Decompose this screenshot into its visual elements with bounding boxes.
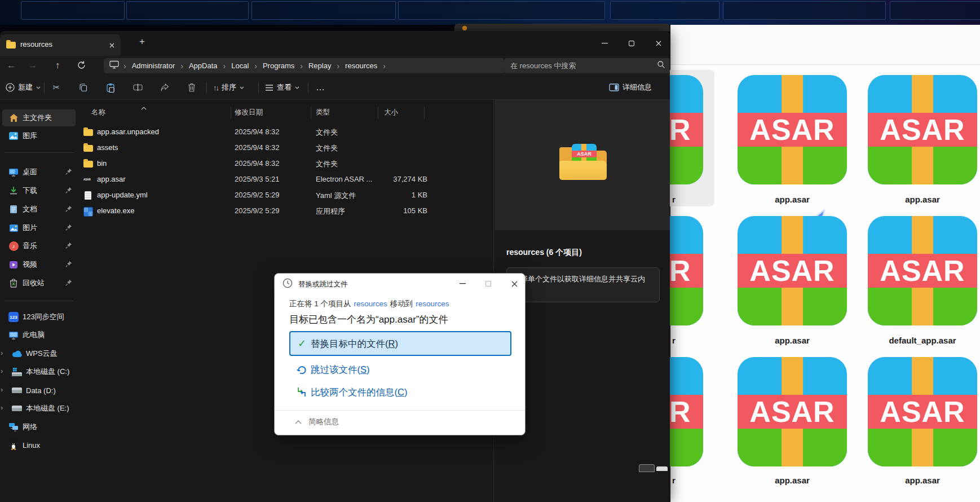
sidebar-item-videos[interactable]: 视频: [2, 256, 76, 273]
breadcrumb-item[interactable]: Administrator: [131, 61, 176, 70]
resources-folder-icon: ASAR: [559, 144, 607, 182]
asar-file-tile[interactable]: ASAR: [738, 357, 847, 466]
sidebar-item-local-disk-c[interactable]: › 本地磁盘 (C:): [2, 363, 76, 380]
tile-label: r: [672, 336, 687, 345]
minimize-button[interactable]: [596, 36, 613, 51]
desktop-icon: [8, 166, 19, 178]
breadcrumb-item[interactable]: AppData: [188, 61, 219, 70]
breadcrumb-item[interactable]: Local: [230, 61, 250, 70]
dialog-maximize-button: [480, 277, 497, 290]
more-options-icon[interactable]: …: [314, 81, 327, 94]
sidebar-item-desktop[interactable]: 桌面: [2, 164, 76, 180]
expand-chevron-icon[interactable]: ›: [1, 403, 3, 412]
sidebar-item-local-disk-e[interactable]: › 本地磁盘 (E:): [2, 400, 76, 417]
skip-file-option[interactable]: 跳过该文件(S): [289, 363, 511, 378]
sidebar-item-this-pc[interactable]: 此电脑: [2, 327, 76, 344]
breadcrumb-item[interactable]: resources: [344, 61, 378, 70]
drive-e-icon: [11, 403, 23, 414]
sidebar-item-123-sync[interactable]: 123 123同步空间: [2, 309, 76, 325]
file-date: 2025/9/4 8:32: [235, 159, 280, 168]
file-name: app.asar.unpacked: [97, 127, 159, 136]
sidebar-item-linux[interactable]: Linux: [2, 437, 76, 453]
breadcrumb: › Administrator › AppData › Local › Prog…: [104, 58, 504, 73]
up-icon[interactable]: ↑: [51, 59, 64, 72]
view-button-label: 查看: [277, 82, 292, 93]
chevron-right-icon: ›: [119, 61, 131, 71]
expand-chevron-icon[interactable]: ›: [1, 385, 3, 394]
file-row[interactable]: app.asar.unpacked 2025/9/4 8:32 文件夹: [79, 124, 491, 140]
delete-icon[interactable]: [185, 81, 198, 94]
column-header-name[interactable]: 名称: [91, 108, 105, 117]
background-window-titlebar[interactable]: [454, 24, 670, 32]
refresh-icon[interactable]: [77, 60, 88, 72]
explorer-tab-resources[interactable]: resources: [0, 34, 121, 56]
file-row[interactable]: bin 2025/9/4 8:32 文件夹: [79, 156, 491, 171]
sidebar-item-network[interactable]: 网络: [2, 419, 76, 435]
search-placeholder: 在 resources 中搜索: [510, 61, 657, 71]
sidebar-item-label: 音乐: [23, 241, 37, 251]
rename-icon[interactable]: [131, 81, 144, 94]
view-button[interactable]: 查看: [265, 79, 299, 96]
new-button[interactable]: 新建: [6, 79, 41, 96]
asar-file-tile[interactable]: ASAR: [868, 216, 977, 325]
search-icon[interactable]: [657, 60, 665, 71]
column-header-size[interactable]: 大小: [384, 108, 398, 117]
videos-icon: [8, 259, 19, 270]
sidebar-item-pictures[interactable]: 图片: [2, 219, 76, 236]
file-row[interactable]: app-update.yml 2025/9/2 5:29 Yaml 源文件 1 …: [79, 187, 491, 203]
cut-icon[interactable]: ✂: [50, 81, 63, 94]
tab-close-icon[interactable]: [105, 38, 118, 52]
breadcrumb-item[interactable]: Programs: [262, 61, 295, 70]
asar-file-tile[interactable]: ASAR: [738, 75, 847, 184]
close-button[interactable]: [650, 36, 667, 51]
maximize-button[interactable]: [623, 36, 640, 51]
search-box[interactable]: 在 resources 中搜索: [504, 58, 670, 73]
sidebar-item-label: 视频: [23, 259, 37, 270]
paste-icon[interactable]: [104, 81, 117, 94]
asar-file-tile[interactable]: ASAR: [738, 216, 847, 325]
sidebar-item-music[interactable]: ♪ 音乐: [2, 237, 76, 254]
tile-label: default_app.asar: [868, 336, 977, 345]
asar-file-tile[interactable]: ASAR: [868, 75, 977, 184]
fewer-details-toggle[interactable]: 简略信息: [295, 417, 339, 427]
sidebar-item-label: 图库: [23, 131, 37, 141]
column-header-type[interactable]: 类型: [316, 108, 330, 117]
copy-icon[interactable]: [77, 81, 90, 94]
sidebar-item-data-d[interactable]: › Data (D:): [2, 382, 76, 399]
breadcrumb-item[interactable]: Replay: [307, 61, 332, 70]
sidebar-item-gallery[interactable]: 图库: [2, 127, 76, 144]
asar-file-icon: ASAR: [83, 175, 93, 183]
sidebar-item-label: 本地磁盘 (E:): [26, 403, 69, 413]
new-tab-button[interactable]: +: [135, 36, 149, 50]
target-folder-link[interactable]: resources: [416, 300, 449, 308]
sidebar-item-label: 网络: [23, 422, 37, 432]
sidebar-item-wps-cloud[interactable]: › WPS云盘: [2, 345, 76, 362]
sort-button[interactable]: ↑↓ 排序: [213, 79, 244, 96]
compare-files-option[interactable]: 比较两个文件的信息(C): [289, 385, 511, 401]
file-row[interactable]: ASAR app.asar 2025/9/3 5:21 Electron ASA…: [79, 171, 491, 187]
file-row[interactable]: assets 2025/9/4 8:32 文件夹: [79, 140, 491, 156]
sidebar-item-label: 此电脑: [23, 330, 45, 340]
expand-chevron-icon[interactable]: ›: [1, 367, 3, 375]
sidebar-item-documents[interactable]: 文档: [2, 201, 76, 218]
pin-icon: [65, 261, 72, 269]
file-size: 1 KB: [361, 191, 427, 199]
replace-file-option[interactable]: ✓ 替换目标中的文件(R): [289, 331, 511, 356]
expand-chevron-icon[interactable]: ›: [1, 349, 3, 357]
tile-label: app.asar: [868, 475, 977, 485]
file-row[interactable]: elevate.exe 2025/9/2 5:29 应用程序 105 KB: [79, 203, 491, 219]
sidebar-item-recycle-bin[interactable]: 回收站: [2, 275, 76, 292]
back-icon[interactable]: ←: [5, 59, 18, 72]
asar-file-tile[interactable]: ASAR: [868, 357, 977, 466]
sidebar-item-home[interactable]: 主文件夹: [2, 109, 76, 126]
details-pane-button[interactable]: 详细信息: [609, 79, 652, 96]
sidebar-item-downloads[interactable]: 下载: [2, 182, 76, 199]
tile-label: app.asar: [738, 475, 847, 485]
share-icon[interactable]: [158, 81, 171, 94]
dialog-minimize-button[interactable]: [454, 277, 471, 290]
column-header-date[interactable]: 修改日期: [235, 108, 263, 117]
source-folder-link[interactable]: resources: [354, 300, 387, 308]
view-lines-icon: [265, 84, 273, 91]
forward-icon[interactable]: →: [26, 59, 39, 72]
dialog-close-button[interactable]: [506, 277, 523, 290]
